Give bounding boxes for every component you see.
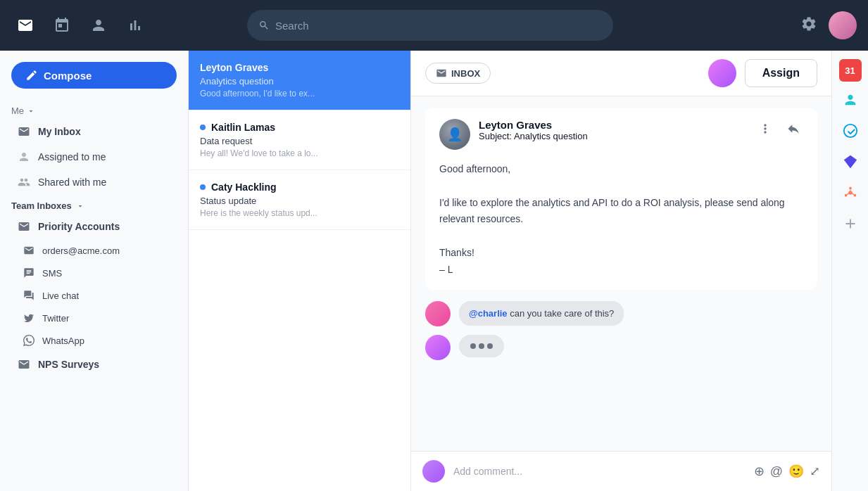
top-navigation [0, 0, 868, 51]
nps-inbox-icon [17, 357, 31, 371]
contact-avatar [708, 59, 736, 87]
calendar-nav-icon[interactable] [48, 11, 76, 39]
inbox-icon [17, 125, 31, 139]
svg-point-1 [848, 191, 853, 195]
sidebar-sub-sms[interactable]: SMS [0, 262, 188, 284]
conversation-list: Leyton Graves Analytics question Good af… [189, 51, 411, 491]
me-section-label: Me [0, 100, 188, 119]
sidebar-item-priority-accounts[interactable]: Priority Accounts [6, 214, 182, 239]
typer-avatar [425, 335, 451, 360]
expand-icon[interactable]: ⤢ [810, 464, 820, 479]
sms-sub-icon [23, 267, 35, 279]
inbox-nav-icon[interactable] [11, 11, 39, 39]
shared-icon [17, 175, 31, 189]
priority-inbox-icon [17, 219, 31, 234]
message-area: 👤 Leyton Graves Subject: Analytics quest… [411, 96, 831, 451]
chart-nav-icon[interactable] [121, 11, 149, 39]
diamond-rail-icon[interactable] [838, 149, 863, 174]
search-input[interactable] [275, 20, 602, 32]
twitter-sub-icon [23, 312, 35, 324]
assigned-icon [17, 150, 31, 164]
hubspot-rail-icon[interactable] [838, 180, 863, 205]
unread-dot [200, 184, 206, 190]
message-actions [755, 119, 803, 141]
calendar-rail-badge[interactable]: 31 [839, 59, 862, 82]
sidebar-sub-whatsapp[interactable]: WhatsApp [0, 329, 188, 352]
unread-dot [200, 125, 206, 130]
compose-button[interactable]: Compose [11, 62, 177, 89]
my-avatar [422, 460, 445, 483]
message-subject: Subject: Analytics question [479, 131, 747, 141]
comment-actions: ⊕ @ 🙂 ⤢ [754, 464, 820, 479]
livechat-sub-icon [23, 289, 35, 302]
chat-header: INBOX Assign [411, 51, 831, 96]
email-sub-icon [23, 244, 35, 257]
comment-input[interactable] [453, 466, 746, 477]
svg-point-0 [843, 125, 856, 137]
nav-right [800, 11, 857, 39]
conv-item-leyton[interactable]: Leyton Graves Analytics question Good af… [189, 51, 410, 110]
user-avatar[interactable] [829, 11, 857, 39]
team-inboxes-label: Team Inboxes [0, 195, 188, 214]
sidebar: Compose Me My Inbox Assigned to me Share… [0, 51, 189, 491]
typing-row [425, 335, 817, 360]
comment-bubble-1: @charlie can you take care of this? [459, 301, 624, 326]
svg-point-4 [844, 194, 847, 197]
sidebar-sub-orders[interactable]: orders@acme.com [0, 239, 188, 262]
search-bar[interactable] [247, 10, 613, 41]
mention-icon[interactable]: @ [770, 464, 783, 479]
salesforce-rail-icon[interactable] [838, 118, 863, 144]
assign-button[interactable]: Assign [745, 59, 817, 87]
commenter-avatar-1 [425, 301, 451, 326]
svg-line-7 [846, 193, 848, 194]
add-integration-icon[interactable] [838, 211, 863, 236]
message-card: 👤 Leyton Graves Subject: Analytics quest… [425, 108, 817, 290]
emoji-icon[interactable]: 🙂 [788, 464, 804, 479]
more-options-button[interactable] [755, 119, 775, 141]
svg-point-2 [849, 187, 852, 190]
main-content: Compose Me My Inbox Assigned to me Share… [0, 51, 868, 491]
sidebar-item-assigned[interactable]: Assigned to me [6, 144, 182, 170]
contacts-nav-icon[interactable] [84, 11, 113, 39]
add-icon[interactable]: ⊕ [754, 464, 765, 479]
sidebar-item-my-inbox[interactable]: My Inbox [6, 119, 182, 144]
right-rail: 31 [831, 51, 868, 491]
svg-line-6 [851, 193, 853, 194]
sidebar-sub-twitter[interactable]: Twitter [0, 307, 188, 329]
sender-info: Leyton Graves Subject: Analytics questio… [479, 119, 747, 141]
whatsapp-sub-icon [23, 334, 35, 347]
comment-row-1: @charlie can you take care of this? [425, 301, 817, 326]
message-body: Good afternoon, I'd like to explore the … [439, 161, 803, 279]
inbox-badge: INBOX [425, 63, 491, 84]
settings-icon[interactable] [800, 15, 817, 35]
sidebar-item-nps[interactable]: NPS Surveys [6, 352, 182, 377]
chat-panel: INBOX Assign 👤 Leyton Graves Subject: An… [411, 51, 831, 491]
message-header: 👤 Leyton Graves Subject: Analytics quest… [439, 119, 803, 150]
svg-point-3 [853, 194, 856, 197]
sidebar-item-shared[interactable]: Shared with me [6, 170, 182, 195]
typing-indicator [459, 335, 504, 357]
contacts-rail-icon[interactable] [838, 87, 863, 113]
reply-button[interactable] [784, 119, 803, 141]
sidebar-sub-livechat[interactable]: Live chat [0, 284, 188, 307]
conv-item-kaitlin[interactable]: Kaitlin Lamas Data request Hey all! We'd… [189, 110, 410, 170]
conv-item-caty[interactable]: Caty Hackling Status update Here is the … [189, 170, 410, 230]
sender-avatar: 👤 [439, 119, 470, 150]
comment-input-area: ⊕ @ 🙂 ⤢ [411, 451, 831, 491]
